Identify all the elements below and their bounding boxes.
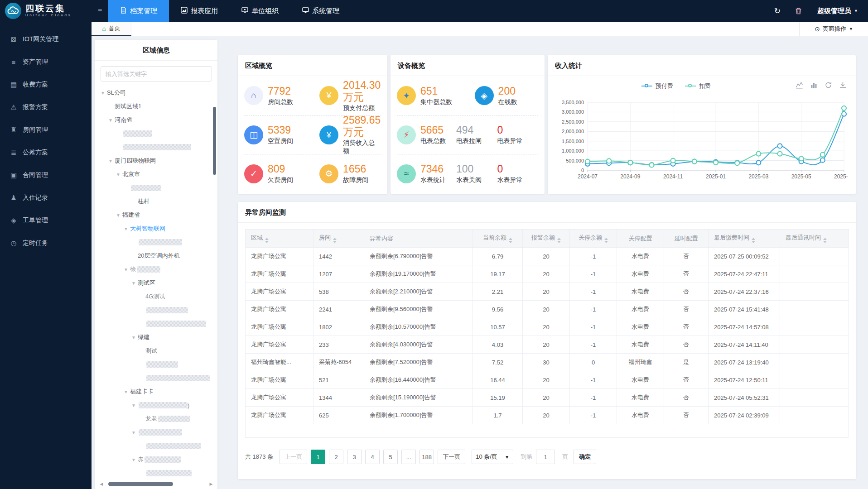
sidebar-item-资产管理[interactable]: ≡资产管理	[0, 51, 92, 73]
scroll-left-icon[interactable]: ◀	[99, 482, 104, 486]
table-row[interactable]: 龙腾广场公寓538余额剩余[2.210000]告警2.2120-1水电费否202…	[246, 283, 849, 301]
table-row[interactable]: 龙腾广场公寓233余额剩余[4.030000]告警4.0320-1水电费否202…	[246, 336, 849, 354]
refresh-icon[interactable]: ↻	[767, 6, 788, 16]
sort-icon[interactable]	[509, 238, 512, 243]
tree-node[interactable]: ▼绿建	[95, 331, 217, 344]
sidebar-item-收费方案[interactable]: ▤收费方案	[0, 73, 92, 96]
page-button-...[interactable]: ...	[401, 450, 416, 464]
table-row[interactable]: 龙腾广场公寓2241余额剩余[9.560000]告警9.5620-1水电费否20…	[246, 301, 849, 318]
sort-desc-icon[interactable]	[752, 241, 755, 243]
tree-node[interactable]: 桂村	[95, 195, 217, 208]
sort-asc-icon[interactable]	[333, 238, 337, 240]
scrollbar-thumb[interactable]	[108, 482, 173, 486]
sort-icon[interactable]	[265, 238, 269, 243]
column-header-最后缴费时间[interactable]: 最后缴费时间	[709, 230, 780, 248]
page-actions-button[interactable]: ⊙ 页面操作 ▼	[799, 22, 868, 36]
tree-search-input[interactable]	[101, 66, 212, 82]
sort-desc-icon[interactable]	[509, 241, 512, 243]
table-row[interactable]: 龙腾广场公寓1344余额剩余[15.190000]告警15.1920-1水电费否…	[246, 389, 849, 407]
sidebar-item-公摊方案[interactable]: ≣公摊方案	[0, 141, 92, 164]
tree-node[interactable]: ▼福建省	[95, 208, 217, 222]
table-row[interactable]: 龙腾广场公寓1207余额剩余[19.170000]告警19.1720-1水电费否…	[246, 265, 849, 283]
top-menu-系统管理[interactable]: 系统管理	[290, 0, 351, 22]
trash-icon[interactable]	[788, 7, 809, 14]
tree-node[interactable]	[95, 439, 217, 453]
tree-node[interactable]	[95, 358, 217, 371]
bar-chart-toggle-icon[interactable]	[810, 82, 818, 91]
tree-node[interactable]: ▼SL公司	[95, 86, 217, 100]
sidebar-item-报警方案[interactable]: ⚠报警方案	[0, 96, 92, 119]
sort-asc-icon[interactable]	[265, 238, 269, 240]
sort-asc-icon[interactable]	[604, 238, 608, 240]
column-header-当前余额[interactable]: 当前余额	[473, 230, 523, 248]
column-header-关停余额[interactable]: 关停余额	[570, 230, 617, 248]
next-page-button[interactable]: 下一页	[438, 450, 465, 464]
tree-node[interactable]: ▼	[95, 426, 217, 439]
tree-node[interactable]: ▼河南省	[95, 113, 217, 127]
page-button-188[interactable]: 188	[420, 450, 434, 464]
sort-desc-icon[interactable]	[265, 241, 269, 243]
line-chart-toggle-icon[interactable]	[796, 82, 803, 91]
sort-icon[interactable]	[333, 238, 337, 243]
column-header-区域[interactable]: 区域	[246, 230, 313, 248]
page-button-4[interactable]: 4	[365, 450, 380, 464]
tree-node[interactable]: ▼徐	[95, 263, 217, 276]
sort-icon[interactable]	[604, 238, 608, 243]
sidebar-item-IOT网关管理[interactable]: ⊠IOT网关管理	[0, 28, 92, 51]
tree-node[interactable]: ▼大树智物联网	[95, 222, 217, 235]
table-row[interactable]: 福州琦鑫智能...采菊苑-6054余额剩余[7.520000]告警7.52300…	[246, 354, 849, 371]
tree-node[interactable]: 4G测试	[95, 290, 217, 303]
tree-horizontal-scrollbar[interactable]: ◀ ▶	[99, 481, 214, 487]
legend-item-扣费[interactable]: 扣费	[685, 82, 711, 90]
tree-vertical-scrollbar[interactable]	[213, 107, 216, 175]
page-button-3[interactable]: 3	[347, 450, 362, 464]
sidebar-item-入住记录[interactable]: ♟入住记录	[0, 187, 92, 209]
column-header-房间[interactable]: 房间	[313, 230, 364, 248]
chart-refresh-icon[interactable]	[825, 82, 832, 91]
table-row[interactable]: 龙腾广场公寓625余额剩余[1.700000]告警1.720-1水电费否2025…	[246, 407, 849, 424]
sidebar-item-合同管理[interactable]: ▣合同管理	[0, 164, 92, 187]
page-button-5[interactable]: 5	[383, 450, 398, 464]
tree-node[interactable]: ▼)	[95, 398, 217, 412]
sidebar-item-工单管理[interactable]: ◈工单管理	[0, 209, 92, 232]
column-header-最后通讯时间[interactable]: 最后通讯时间	[780, 230, 849, 248]
top-menu-档案管理[interactable]: 档案管理	[108, 0, 169, 22]
sort-icon[interactable]	[752, 238, 755, 243]
sort-asc-icon[interactable]	[509, 238, 512, 240]
column-header-报警余额[interactable]: 报警余额	[523, 230, 570, 248]
sort-desc-icon[interactable]	[823, 241, 827, 243]
table-row[interactable]: 龙腾广场公寓1802余额剩余[10.570000]告警10.5720-1水电费否…	[246, 318, 849, 336]
sort-asc-icon[interactable]	[557, 238, 561, 240]
sidebar-item-房间管理[interactable]: ♜房间管理	[0, 119, 92, 141]
goto-page-input[interactable]	[536, 450, 555, 464]
tab-home[interactable]: ⌂ 首页	[92, 22, 131, 36]
sort-asc-icon[interactable]	[752, 238, 755, 240]
tree-node[interactable]	[95, 235, 217, 249]
tree-node[interactable]: 测试	[95, 344, 217, 358]
page-button-2[interactable]: 2	[329, 450, 343, 464]
top-menu-单位组织[interactable]: 单位组织	[230, 0, 290, 22]
sidebar-item-定时任务[interactable]: ◷定时任务	[0, 232, 92, 254]
sort-desc-icon[interactable]	[557, 241, 561, 243]
tree-node[interactable]: 20层空调内外机	[95, 249, 217, 263]
tree-node[interactable]	[95, 466, 217, 480]
sort-desc-icon[interactable]	[333, 241, 337, 243]
tree-node[interactable]: ▼北京市	[95, 168, 217, 181]
scroll-right-icon[interactable]: ▶	[208, 482, 214, 486]
table-row[interactable]: 龙腾广场公寓521余额剩余[16.440000]告警16.4420-1水电费否2…	[246, 371, 849, 389]
user-menu[interactable]: 超级管理员 ▼	[809, 7, 868, 15]
tree-node[interactable]	[95, 371, 217, 385]
sort-desc-icon[interactable]	[604, 241, 608, 243]
sort-icon[interactable]	[557, 238, 561, 243]
page-size-select[interactable]: 10 条/页 ▼	[472, 450, 513, 464]
tree-node[interactable]: ▼测试区	[95, 276, 217, 290]
sidebar-collapse-icon[interactable]: ≡	[92, 7, 108, 15]
tree-node[interactable]	[95, 181, 217, 195]
tree-node[interactable]: ▼厦门四联物联网	[95, 154, 217, 168]
tree-node[interactable]	[95, 140, 217, 154]
download-icon[interactable]	[839, 82, 847, 91]
tree-node[interactable]	[95, 127, 217, 140]
confirm-button[interactable]: 确定	[574, 450, 596, 464]
tree-node[interactable]: ▼福建卡卡	[95, 385, 217, 398]
page-button-1[interactable]: 1	[311, 450, 325, 464]
